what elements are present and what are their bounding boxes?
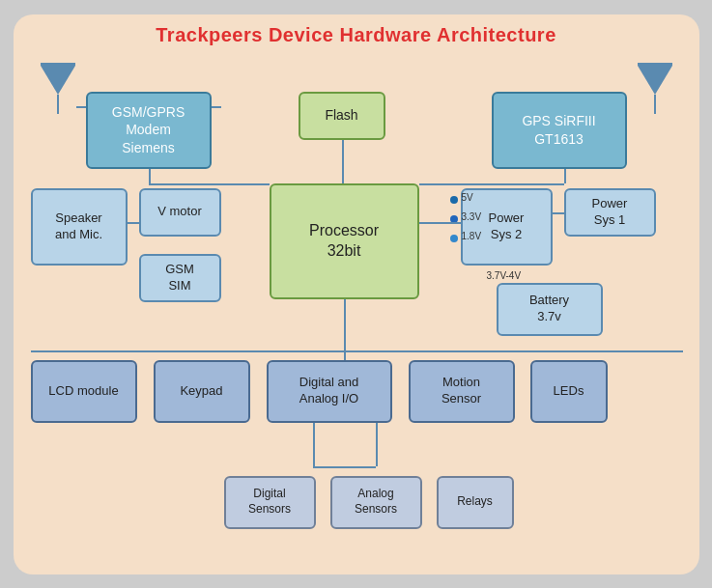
power-sys1-box: Power Sys 1 — [564, 188, 656, 237]
processor-box: Processor 32bit — [270, 183, 419, 299]
volt-33v-label: 3.3V — [462, 211, 482, 222]
digital-analog-box: Digital and Analog I/O — [267, 360, 392, 423]
gsm-sim-box: GSM SIM — [139, 254, 221, 302]
bottom-hline — [31, 350, 683, 352]
relays-box: Relays — [437, 476, 514, 529]
gsm-proc-hline — [149, 183, 270, 185]
sensors-hline — [313, 466, 376, 468]
flash-proc-vline — [342, 140, 344, 183]
gps-proc-hline — [419, 183, 564, 185]
right-antenna — [638, 63, 672, 114]
gps-box: GPS SiRFIII GT1613 — [492, 92, 627, 169]
proc-power-hline — [419, 222, 461, 224]
digital-sensors-box: Digital Sensors — [224, 476, 316, 529]
flash-box: Flash — [299, 92, 385, 140]
keypad-box: Keypad — [154, 360, 250, 423]
digital-vline — [313, 423, 315, 466]
gsm-proc-vline — [149, 169, 151, 183]
left-antenna — [41, 63, 75, 114]
lcd-box: LCD module — [31, 360, 137, 423]
vmotor-box: V motor — [139, 188, 221, 237]
architecture-diagram: Trackpeers Device Hardware Architecture … — [14, 14, 699, 574]
proc-vline — [344, 299, 346, 360]
volt-18v-label: 1.8V — [462, 231, 482, 241]
battery-voltage-label: 3.7V-4V — [487, 270, 522, 281]
power-sys2-box: Power Sys 2 — [461, 188, 553, 266]
battery-box: Battery 3.7v — [497, 283, 603, 336]
speaker-gsm-hline — [128, 222, 139, 224]
volt-5v-label: 5V — [462, 192, 473, 203]
speaker-box: Speaker and Mic. — [31, 188, 128, 266]
page-title: Trackpeers Device Hardware Architecture — [23, 24, 690, 46]
volt-5v-group: 5V — [450, 196, 458, 204]
motion-sensor-box: Motion Sensor — [409, 360, 515, 423]
analog-sensors-box: Analog Sensors — [330, 476, 422, 529]
analog-vline — [376, 423, 378, 466]
gsm-modem-box: GSM/GPRS Modem Siemens — [86, 92, 212, 169]
gsm-right-hline — [212, 106, 221, 108]
leds-box: LEDs — [530, 360, 608, 423]
volt-18v-group: 1.8V — [450, 235, 458, 242]
gps-proc-vline — [564, 169, 566, 183]
ant-left-hline — [76, 106, 86, 108]
power2-power1-hline — [553, 212, 564, 214]
